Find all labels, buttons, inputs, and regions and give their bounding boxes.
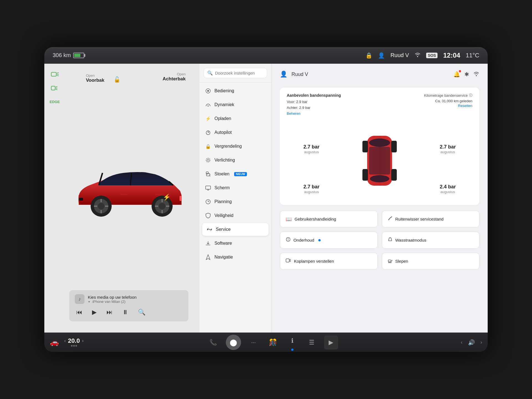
- front-pressure: Voor: 2.9 bar: [287, 99, 375, 105]
- right-header: 👤 Ruud V 🔔 ✱: [280, 71, 479, 82]
- menu-item-stoelen[interactable]: Stoelen NIEUW: [200, 167, 271, 181]
- svg-point-13: [98, 203, 104, 209]
- menu-item-bediening[interactable]: Bediening: [200, 84, 271, 98]
- search-wrapper[interactable]: 🔍: [204, 68, 267, 78]
- position-light-icon[interactable]: [50, 83, 60, 93]
- prev-button[interactable]: ⏮: [75, 307, 84, 317]
- svg-point-77: [390, 262, 391, 263]
- info-button[interactable]: ℹ: [285, 334, 299, 348]
- gebruikershandleiding-button[interactable]: 📖 Gebruikershandleiding: [280, 211, 378, 227]
- svg-line-3: [57, 75, 59, 76]
- menu-item-dynamiek[interactable]: Dynamiek: [200, 98, 271, 112]
- open-achterbak-label[interactable]: Open Achterbak: [163, 72, 186, 82]
- svg-rect-64: [362, 169, 368, 181]
- opladen-icon: ⚡: [205, 116, 211, 122]
- info-circle-icon: ⓘ: [469, 93, 472, 98]
- fl-bar-value: 2.7 bar: [303, 144, 319, 150]
- tire-info-grid: Aanbevolen bandenspanning Voor: 2.9 bar …: [287, 93, 472, 116]
- vergrendeling-icon: 🔒: [205, 143, 211, 149]
- lock-icon-car: 🔓: [114, 76, 121, 83]
- onderhoud-notification-dot: [318, 239, 321, 241]
- temp-sub-icons: [70, 344, 78, 348]
- taskbar-car-icon[interactable]: 🚗: [50, 338, 59, 347]
- menu-item-scherm[interactable]: Scherm: [200, 181, 271, 195]
- slepen-button[interactable]: Slepen: [382, 253, 480, 270]
- battery-info: 306 km: [53, 52, 84, 58]
- bediening-icon: [205, 88, 211, 94]
- car-area: Open Voorbak Open Achterbak 🔓: [64, 69, 194, 327]
- onderhoud-button[interactable]: Onderhoud: [280, 232, 378, 249]
- menu-item-autopilot[interactable]: Autopilot: [200, 126, 271, 139]
- temp-down-arrow[interactable]: ‹: [64, 338, 66, 343]
- bell-icon[interactable]: 🔔: [453, 71, 460, 78]
- svg-point-80: [71, 345, 73, 347]
- veiligheid-label: Veiligheid: [214, 213, 234, 218]
- menu-item-verlichting[interactable]: Verlichting: [200, 153, 271, 167]
- search-input[interactable]: [215, 71, 264, 75]
- menu-item-planning[interactable]: Planning: [200, 195, 271, 209]
- menu-item-veiligheid[interactable]: Veiligheid: [200, 209, 271, 222]
- search-media-button[interactable]: 🔍: [137, 307, 147, 317]
- more-button[interactable]: ···: [247, 336, 260, 349]
- edge-light-icon[interactable]: EDGE: [50, 97, 60, 107]
- menu-item-service[interactable]: Service: [202, 223, 268, 236]
- play-button[interactable]: ▶: [91, 307, 98, 317]
- active-indicator-dot: [291, 349, 293, 351]
- wasstraat-button[interactable]: Wasstraatmodus: [382, 232, 480, 249]
- camera-button[interactable]: ⬤: [226, 335, 241, 350]
- next-track-arrow[interactable]: ›: [480, 339, 482, 345]
- prev-track-arrow[interactable]: ‹: [461, 339, 462, 345]
- koplampen-button[interactable]: Koplampen verstellen: [280, 253, 378, 270]
- volume-control[interactable]: 🔊: [468, 339, 475, 346]
- wifi-icon: [415, 52, 421, 58]
- profile-display-name: Ruud V: [291, 71, 308, 77]
- taskbar-center: 📞 ⬤ ··· 🎊 ℹ ☰ ▶: [206, 334, 338, 351]
- battery-fill: [74, 54, 80, 57]
- svg-line-72: [290, 259, 291, 260]
- svg-point-30: [207, 90, 209, 92]
- tire-pressure-values: Voor: 2.9 bar Achter: 2.9 bar Beheren: [287, 99, 375, 116]
- svg-point-59: [369, 139, 390, 147]
- km-service-value-text: Ca. 31.000 km geleden: [384, 99, 472, 103]
- settings-menu: 🔍 Bediening Dynamiek: [200, 64, 272, 332]
- media-info: ♪ Kies media op uw telefoon ✦ iPhone van…: [75, 294, 183, 304]
- rl-bar-value: 2.7 bar: [303, 184, 319, 190]
- next-button[interactable]: ⏭: [105, 307, 114, 317]
- svg-rect-71: [286, 259, 289, 262]
- menu-item-vergrendeling[interactable]: 🔒 Vergrendeling: [200, 139, 271, 153]
- temp-up-arrow[interactable]: ›: [82, 338, 83, 343]
- scherm-icon: [205, 185, 211, 191]
- onderhoud-label: Onderhoud: [293, 238, 314, 242]
- gebruikershandleiding-label: Gebruikershandleiding: [295, 217, 336, 221]
- menu-item-software[interactable]: Software: [200, 236, 271, 250]
- media-text: Kies media op uw telefoon ✦ iPhone van M…: [88, 295, 137, 304]
- entertainment-button[interactable]: 🎊: [266, 336, 280, 349]
- media-player: ♪ Kies media op uw telefoon ✦ iPhone van…: [69, 290, 188, 321]
- tesla-car-svg: [71, 155, 187, 224]
- nieuw-badge: NIEUW: [234, 172, 247, 176]
- media-subtitle: ✦ iPhone van Milan (2): [88, 300, 137, 304]
- wifi-header-icon[interactable]: [473, 71, 479, 78]
- list-button[interactable]: ☰: [305, 336, 319, 349]
- media-play-button[interactable]: ▶: [324, 336, 338, 349]
- open-voorbak-label[interactable]: Open Voorbak: [86, 73, 104, 83]
- svg-rect-61: [369, 147, 390, 175]
- bluetooth-header-icon[interactable]: ✱: [464, 71, 469, 78]
- volume-icon: 🔊: [468, 339, 475, 346]
- search-icon: 🔍: [207, 70, 213, 76]
- beheren-link[interactable]: Beheren: [287, 111, 300, 116]
- headlight-icon[interactable]: [50, 69, 60, 79]
- ruitenwisser-button[interactable]: Ruitenwisser servicestand: [382, 211, 480, 227]
- book-icon: 📖: [286, 216, 292, 222]
- svg-point-35: [207, 159, 209, 161]
- rear-pressure: Achter: 2.9 bar: [287, 105, 375, 111]
- resetten-link[interactable]: Resetten: [458, 104, 472, 108]
- menu-item-navigatie[interactable]: Navigatie: [200, 250, 271, 264]
- phone-button[interactable]: 📞: [206, 336, 220, 349]
- fl-month: augustus: [303, 150, 319, 154]
- equalizer-button[interactable]: ⏸: [121, 307, 130, 317]
- menu-item-opladen[interactable]: ⚡ Opladen: [200, 112, 271, 126]
- tire-recommended-info: Aanbevolen bandenspanning Voor: 2.9 bar …: [287, 93, 375, 116]
- svg-line-43: [206, 162, 207, 162]
- planning-icon: [205, 199, 211, 205]
